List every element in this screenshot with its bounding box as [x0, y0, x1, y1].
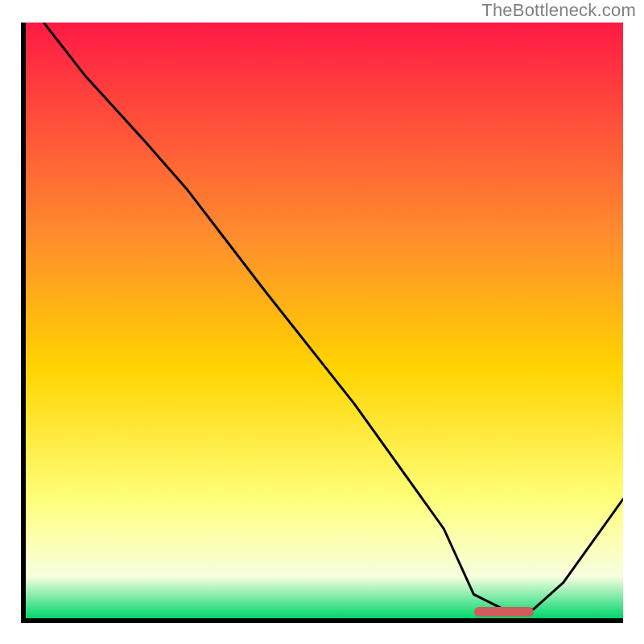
optimal-range-marker [474, 607, 534, 617]
chart-stage: TheBottleneck.com [0, 0, 644, 644]
plot-svg [26, 23, 623, 618]
gradient-background [26, 23, 623, 618]
plot-area [26, 23, 623, 618]
x-axis [21, 618, 623, 623]
watermark-text: TheBottleneck.com [481, 0, 636, 21]
